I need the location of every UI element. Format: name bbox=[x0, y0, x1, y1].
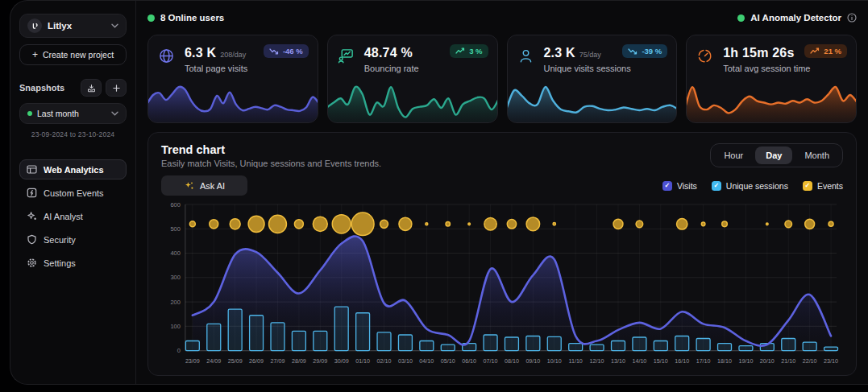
tab-month[interactable]: Month bbox=[794, 146, 840, 164]
snapshot-period-selector[interactable]: Last month bbox=[19, 103, 127, 124]
online-users-label: 8 Online users bbox=[160, 13, 224, 23]
card-value: 48.74 % bbox=[364, 46, 413, 60]
trend-badge: -39 % bbox=[622, 44, 667, 58]
card-total-page-visits[interactable]: 6.3 K 208/day Total page visits -46 % bbox=[147, 35, 318, 123]
trend-chart-panel: Trend chart Easily match Visits, Unique … bbox=[147, 132, 857, 376]
sidebar-item-ai-analyst[interactable]: AI Analyst bbox=[19, 206, 127, 226]
legend-visits[interactable]: ✓ Visits bbox=[662, 181, 697, 191]
project-selector[interactable]: Litlyx bbox=[19, 14, 127, 38]
gear-icon bbox=[27, 258, 37, 268]
svg-text:26/09: 26/09 bbox=[249, 357, 264, 365]
card-value: 1h 15m 26s bbox=[723, 46, 794, 60]
legend-events[interactable]: ✓ Events bbox=[803, 181, 843, 191]
card-rate: 208/day bbox=[220, 51, 246, 59]
svg-text:21/10: 21/10 bbox=[781, 357, 795, 365]
trend-down-icon bbox=[628, 47, 638, 55]
tab-hour[interactable]: Hour bbox=[713, 146, 754, 164]
svg-text:23/10: 23/10 bbox=[824, 357, 838, 365]
sidebar-item-custom-events[interactable]: Custom Events bbox=[19, 183, 127, 203]
badge-delta: -46 % bbox=[283, 47, 303, 56]
globe-icon bbox=[158, 46, 177, 73]
app-window: Litlyx + Create new project Snapshots bbox=[10, 0, 868, 385]
svg-text:06/10: 06/10 bbox=[462, 357, 476, 365]
sparkles-icon bbox=[27, 211, 37, 221]
ask-ai-button[interactable]: Ask AI bbox=[161, 175, 247, 196]
trend-up-icon bbox=[810, 47, 820, 55]
svg-text:13/10: 13/10 bbox=[611, 357, 625, 365]
online-users: 8 Online users bbox=[147, 13, 224, 23]
project-name: Litlyx bbox=[48, 21, 106, 31]
checkbox-unique-sessions[interactable]: ✓ bbox=[712, 181, 721, 191]
sidebar-item-security[interactable]: Security bbox=[19, 229, 127, 250]
checkbox-visits[interactable]: ✓ bbox=[662, 181, 672, 191]
anomaly-detector[interactable]: AI Anomaly Detector bbox=[737, 13, 857, 23]
svg-text:04/10: 04/10 bbox=[419, 357, 434, 365]
ai-sparkle-icon bbox=[184, 180, 194, 191]
trend-badge: 21 % bbox=[804, 44, 847, 58]
svg-text:10/10: 10/10 bbox=[547, 357, 562, 365]
svg-text:15/10: 15/10 bbox=[654, 357, 668, 365]
panel-subtitle: Easily match Visits, Unique sessions and… bbox=[161, 159, 381, 168]
svg-text:03/10: 03/10 bbox=[398, 357, 413, 365]
card-rate: 75/day bbox=[579, 51, 601, 59]
plus-icon bbox=[112, 84, 121, 93]
svg-text:29/09: 29/09 bbox=[313, 357, 327, 365]
svg-text:11/10: 11/10 bbox=[568, 357, 582, 365]
svg-text:27/09: 27/09 bbox=[271, 357, 285, 365]
snapshot-period-value: Last month bbox=[37, 109, 106, 118]
browser-window-icon bbox=[27, 164, 37, 175]
ask-ai-label: Ask AI bbox=[200, 181, 225, 191]
sparkline-chart bbox=[327, 80, 498, 123]
card-bouncing-rate[interactable]: 48.74 % Bouncing rate 3 % bbox=[327, 35, 498, 123]
trend-down-icon bbox=[269, 47, 279, 55]
snapshot-export-button[interactable] bbox=[81, 79, 102, 97]
shield-icon bbox=[27, 234, 37, 245]
main-content: 8 Online users AI Anomaly Detector bbox=[136, 1, 868, 384]
plus-icon: + bbox=[32, 49, 38, 60]
anomaly-detector-label: AI Anomaly Detector bbox=[750, 13, 841, 23]
card-label: Total page visits bbox=[185, 64, 247, 73]
sidebar-item-web-analytics[interactable]: Web Analytics bbox=[19, 159, 127, 179]
green-dot-icon bbox=[27, 111, 32, 116]
snapshot-add-button[interactable] bbox=[106, 79, 127, 97]
sparkline-chart bbox=[507, 80, 678, 123]
snapshots-header: Snapshots bbox=[19, 79, 127, 97]
legend-unique-sessions[interactable]: ✓ Unique sessions bbox=[712, 181, 788, 191]
svg-text:01/10: 01/10 bbox=[355, 357, 370, 365]
card-value: 2.3 K bbox=[544, 46, 575, 60]
svg-text:07/10: 07/10 bbox=[484, 357, 498, 365]
badge-delta: 3 % bbox=[469, 47, 482, 56]
create-project-button[interactable]: + Create new project bbox=[19, 44, 127, 65]
card-value: 6.3 K bbox=[185, 46, 216, 60]
svg-text:14/10: 14/10 bbox=[632, 357, 646, 365]
sparkline-chart bbox=[686, 80, 857, 123]
svg-text:300: 300 bbox=[170, 274, 180, 281]
sparkline-chart bbox=[147, 80, 318, 123]
card-avg-session-time[interactable]: 1h 15m 26s Total avg session time 21 % bbox=[686, 35, 857, 123]
trend-header: Trend chart Easily match Visits, Unique … bbox=[161, 143, 381, 168]
sidebar-item-settings[interactable]: Settings bbox=[19, 253, 127, 273]
svg-text:500: 500 bbox=[170, 225, 180, 233]
download-icon bbox=[87, 84, 96, 93]
info-icon[interactable] bbox=[847, 13, 857, 23]
svg-text:12/10: 12/10 bbox=[590, 357, 604, 365]
snapshot-date-range: 23-09-2024 to 23-10-2024 bbox=[19, 130, 127, 138]
trend-chart-area: 010020030040050060023/0924/0925/0926/092… bbox=[161, 199, 843, 372]
person-icon bbox=[517, 46, 537, 73]
svg-text:05/10: 05/10 bbox=[441, 357, 455, 365]
tab-day[interactable]: Day bbox=[755, 146, 792, 164]
badge-delta: 21 % bbox=[824, 47, 841, 56]
panel-title: Trend chart bbox=[161, 143, 381, 156]
checkbox-events[interactable]: ✓ bbox=[803, 181, 812, 191]
card-unique-visits[interactable]: 2.3 K 75/day Unique visits sessions -39 … bbox=[507, 35, 678, 123]
bounce-board-icon bbox=[338, 46, 357, 73]
svg-text:08/10: 08/10 bbox=[505, 357, 519, 365]
badge-delta: -39 % bbox=[642, 47, 662, 56]
svg-text:25/09: 25/09 bbox=[228, 357, 243, 365]
svg-text:16/10: 16/10 bbox=[675, 357, 689, 365]
svg-text:24/09: 24/09 bbox=[206, 357, 221, 365]
lightning-icon bbox=[27, 188, 37, 198]
svg-text:22/10: 22/10 bbox=[803, 357, 817, 365]
card-label: Unique visits sessions bbox=[544, 64, 631, 73]
svg-text:30/09: 30/09 bbox=[334, 357, 349, 365]
